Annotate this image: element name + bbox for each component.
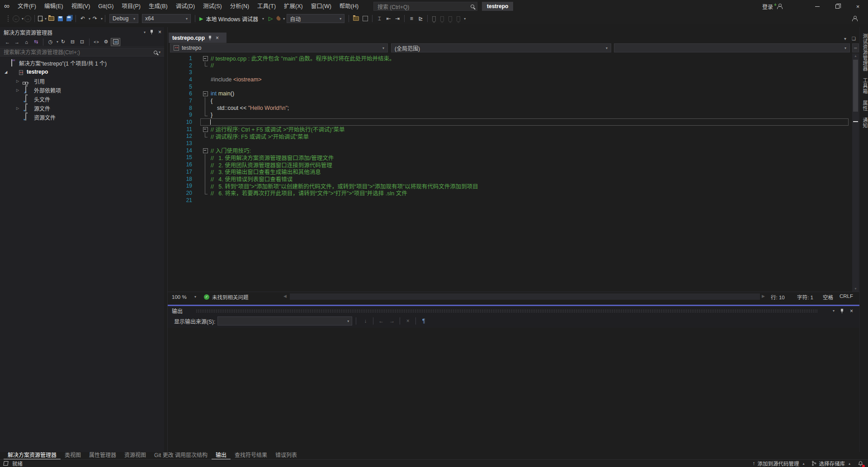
code-line-21[interactable]: 21 — [168, 197, 859, 204]
previous-bookmark-icon[interactable] — [440, 16, 444, 21]
panel-tab-class-view[interactable]: 类视图 — [61, 452, 85, 459]
clear-all-icon[interactable]: × — [403, 316, 412, 325]
active-files-dropdown-icon[interactable]: ▾ — [844, 36, 846, 41]
fold-collapse-icon[interactable] — [203, 90, 208, 97]
toolbar-grip[interactable] — [7, 15, 9, 22]
code-line-12[interactable]: 12// 调试程序: F5 或调试 >“开始调试”菜单 — [168, 133, 859, 140]
menu-tools[interactable]: 工具(T) — [253, 0, 280, 13]
open-file-icon[interactable] — [48, 16, 54, 21]
scrollbar-thumb[interactable] — [853, 60, 858, 112]
attach-mode-dropdown[interactable]: 自动▾ — [287, 14, 344, 23]
explorer-back-icon[interactable]: ← — [3, 38, 12, 46]
uncomment-icon[interactable]: ⊵ — [416, 14, 425, 23]
menu-debug[interactable]: 调试(D) — [172, 0, 199, 13]
panel-tab-error-list[interactable]: 错误列表 — [271, 452, 301, 459]
tree-item-header-files[interactable]: 头文件 — [0, 94, 164, 104]
explorer-forward-icon[interactable]: → — [12, 38, 22, 46]
menu-file[interactable]: 文件(F) — [14, 0, 40, 13]
new-project-dropdown-icon[interactable]: ▾ — [45, 17, 47, 21]
minimize-button[interactable] — [807, 0, 827, 13]
member-dropdown[interactable]: ▾ — [614, 43, 850, 52]
previous-message-icon[interactable]: ← — [377, 316, 386, 325]
tree-item-source-files[interactable]: ▷源文件 — [0, 104, 164, 113]
output-source-dropdown[interactable]: ▾ — [217, 316, 352, 325]
send-feedback-icon[interactable] — [852, 16, 857, 21]
code-line-13[interactable]: 13 — [168, 140, 859, 147]
document-health-indicator[interactable]: ✓ 未找到相关问题 — [204, 293, 249, 301]
menu-help[interactable]: 帮助(H) — [335, 0, 363, 13]
view-code-icon[interactable]: <> — [92, 38, 101, 46]
tree-collapsed-icon[interactable]: ▷ — [15, 88, 20, 92]
close-panel-icon[interactable]: × — [158, 29, 161, 35]
properties-gear-icon[interactable]: ⚙ — [101, 38, 111, 46]
fold-collapse-icon[interactable] — [203, 126, 208, 133]
add-to-source-control-button[interactable]: ↑ 添加到源代码管理 ▴ — [753, 460, 805, 467]
home-icon[interactable]: ⌂ — [22, 38, 31, 46]
autohide-tab-test-explorer[interactable]: 测试资源管理器 — [861, 33, 868, 71]
switch-views-icon[interactable]: ⇆ — [31, 38, 41, 46]
output-panel-header[interactable]: 输出 ▾ × — [168, 306, 859, 316]
menu-git[interactable]: Git(G) — [94, 0, 118, 13]
scope-dropdown[interactable]: (全局范围) ▾ — [391, 43, 611, 52]
panel-tab-output[interactable]: 输出 — [212, 452, 231, 459]
panel-tab-solution-explorer[interactable]: 解决方案资源管理器 — [4, 452, 61, 459]
properties-window-icon[interactable]: ⊡ — [77, 38, 87, 46]
pin-icon[interactable] — [840, 308, 844, 314]
quick-search-box[interactable]: 搜索 (Ctrl+Q) — [373, 2, 477, 11]
close-panel-icon[interactable]: × — [850, 308, 853, 314]
sign-in-link[interactable]: 登录 — [762, 3, 773, 10]
next-bookmark-icon[interactable] — [448, 16, 452, 21]
autohide-tab-notifications[interactable]: 通知 — [861, 118, 868, 128]
hscroll-right-icon[interactable]: ▶ — [762, 294, 765, 298]
select-repository-button[interactable]: 选择存储库 ▴ — [811, 460, 850, 467]
redo-icon[interactable]: ↷ — [90, 14, 99, 23]
fold-collapse-icon[interactable] — [203, 147, 208, 154]
output-content[interactable] — [168, 328, 859, 452]
tree-item-resource-files[interactable]: 资源文件 — [0, 113, 164, 122]
background-tasks-icon[interactable] — [3, 461, 8, 466]
tree-collapsed-icon[interactable]: ▷ — [15, 106, 20, 110]
tree-item-solution[interactable]: 解决方案“testrepo”(1 个项目/共 1 个) — [0, 58, 164, 67]
editor-vertical-scrollbar[interactable]: ▲ ▼ — [852, 53, 859, 292]
code-line-5[interactable]: 5 — [168, 83, 859, 90]
code-line-7[interactable]: 7{ — [168, 97, 859, 104]
save-icon[interactable] — [58, 16, 63, 21]
solution-configuration-dropdown[interactable]: Debug▾ — [109, 14, 138, 23]
preview-window-icon[interactable] — [363, 16, 368, 21]
menu-test[interactable]: 测试(S) — [199, 0, 226, 13]
scroll-down-icon[interactable]: ▼ — [852, 286, 859, 292]
autohide-tab-toolbox[interactable]: 工具箱 — [861, 78, 868, 94]
solution-explorer-header[interactable]: 解决方案资源管理器 ▾ × — [0, 27, 164, 37]
code-line-9[interactable]: 9} — [168, 112, 859, 119]
scroll-up-icon[interactable]: ▲ — [852, 53, 859, 59]
show-all-files-icon[interactable] — [111, 38, 120, 46]
goto-message-icon[interactable]: ↓ — [361, 316, 370, 325]
toggle-bookmark-icon[interactable] — [432, 16, 436, 21]
eol-indicator[interactable]: CRLF — [840, 293, 853, 299]
clear-bookmarks-icon[interactable] — [457, 16, 460, 21]
new-project-icon[interactable] — [38, 16, 42, 21]
panel-drag-grip[interactable] — [196, 309, 818, 312]
solution-name-badge[interactable]: testrepo — [482, 2, 513, 11]
menu-build[interactable]: 生成(B) — [145, 0, 172, 13]
menu-window[interactable]: 窗口(W) — [307, 0, 335, 13]
solution-explorer-search-input[interactable] — [4, 49, 154, 56]
user-account-icon[interactable]: + — [777, 4, 782, 9]
code-line-2[interactable]: 2// — [168, 62, 859, 69]
navigate-backward-icon[interactable]: ← — [13, 15, 19, 22]
tree-collapsed-icon[interactable]: ▷ — [15, 79, 20, 83]
line-cursor-icon[interactable]: ⌶ — [375, 14, 384, 23]
document-tab-testrepo-cpp[interactable]: testrepo.cpp × — [169, 33, 226, 43]
fold-collapse-icon[interactable] — [203, 55, 208, 62]
menu-extensions[interactable]: 扩展(X) — [280, 0, 307, 13]
pin-tab-icon[interactable] — [208, 35, 212, 41]
code-line-1[interactable]: 1// testrepo.cpp : 此文件包含 "main" 函数。程序执行将… — [168, 55, 859, 62]
panel-tab-property-manager[interactable]: 属性管理器 — [85, 452, 120, 459]
panel-tab-resource-view[interactable]: 资源视图 — [120, 452, 150, 459]
window-position-icon[interactable]: ▾ — [144, 30, 146, 34]
pin-icon[interactable] — [150, 29, 154, 35]
tree-expanded-icon[interactable]: ◢ — [4, 70, 8, 74]
vertical-splitter[interactable] — [164, 27, 168, 452]
undo-icon[interactable]: ↶ — [78, 14, 87, 23]
solution-explorer-search[interactable]: ▾ — [0, 48, 164, 57]
